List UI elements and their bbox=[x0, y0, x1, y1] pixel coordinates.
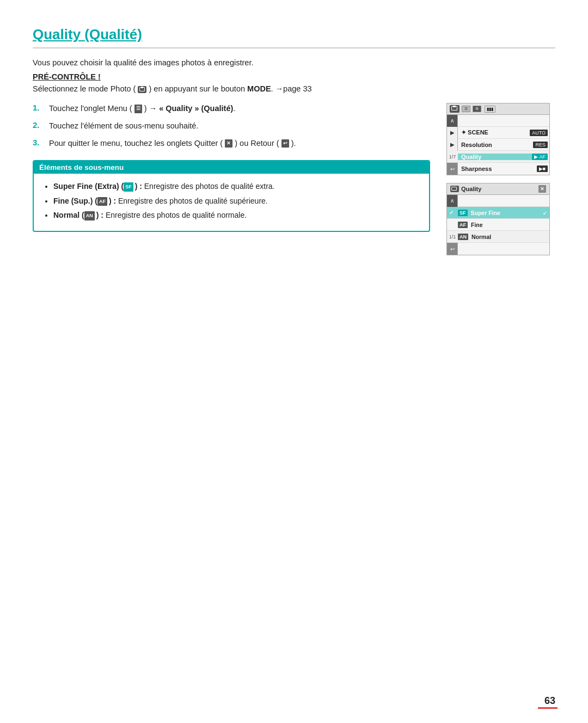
cam-scene-label: ✦ SCENE bbox=[458, 129, 530, 136]
step-text-1: Touchez l'onglet Menu ( ☰ ) → « Quality … bbox=[49, 103, 235, 115]
cam-quality-nav-up[interactable]: ∧ bbox=[447, 195, 549, 207]
cam-quality-back-row[interactable]: ↩ bbox=[447, 243, 549, 255]
step-2: 2. Touchez l'élément de sous-menu souhai… bbox=[33, 120, 430, 132]
cam-quality-up-btn[interactable]: ∧ bbox=[447, 195, 458, 207]
cam-scene-value: AUTO bbox=[530, 130, 548, 136]
sf-label-icon: SF bbox=[458, 210, 468, 216]
an-icon: AN bbox=[84, 211, 95, 220]
step-text-2: Touchez l'élément de sous-menu souhaité. bbox=[49, 120, 198, 132]
cam-sharpness-value: ▶■ bbox=[537, 166, 548, 172]
check-icon: ✓ bbox=[449, 210, 454, 216]
cam-quality-fine-row[interactable]: AF Fine bbox=[447, 219, 549, 231]
pre-controle-label: PRÉ-CONTRÔLE ! bbox=[33, 72, 555, 81]
main-content: 1. Touchez l'onglet Menu ( ☰ ) → « Quali… bbox=[33, 103, 555, 255]
submenu-box: Éléments de sous-menu Super Fine (Extra)… bbox=[33, 160, 430, 232]
af-icon: AF bbox=[97, 197, 107, 206]
camera-icon bbox=[450, 105, 460, 113]
step-number-3: 3. bbox=[33, 138, 44, 147]
cam-quality-check: ✓ bbox=[447, 210, 458, 216]
cam-up-btn[interactable]: ∧ bbox=[447, 115, 458, 127]
page-number-line bbox=[538, 707, 558, 709]
page-title: Quality (Qualité) bbox=[33, 26, 555, 48]
cam-row-resolution[interactable]: ▶ Resolution RES bbox=[447, 139, 549, 151]
cam-quality-back-btn[interactable]: ↩ bbox=[447, 243, 458, 255]
normal-label: Normal bbox=[470, 234, 491, 240]
menu-icon-sm: ☰ bbox=[462, 106, 470, 112]
cam-res-label: Resolution bbox=[458, 142, 533, 148]
camera-icon-2 bbox=[450, 186, 459, 192]
step-text-3: Pour quitter le menu, touchez les onglet… bbox=[49, 138, 296, 150]
pre-controle-text: Sélectionnez le mode Photo ( ) en appuya… bbox=[33, 84, 555, 93]
steps-list: 1. Touchez l'onglet Menu ( ☰ ) → « Quali… bbox=[33, 103, 430, 149]
cam-panel2-header: Quality ✕ bbox=[447, 183, 549, 195]
cam-res-value: RES bbox=[533, 142, 548, 148]
submenu-list: Super Fine (Extra) (SF) : Enregistre des… bbox=[44, 180, 419, 221]
cam-res-nav: ▶ bbox=[447, 139, 458, 151]
fine-label: Fine bbox=[469, 222, 483, 228]
an-label-icon: AN bbox=[458, 234, 468, 240]
cam-quality-page: 1/1 bbox=[447, 234, 458, 240]
cam-page-indicator: 1/7 bbox=[447, 154, 458, 160]
superfine-label: Super Fine bbox=[469, 210, 500, 216]
cam-sharpness-label: Sharpness bbox=[458, 166, 537, 172]
back-icon: ↩ bbox=[281, 139, 289, 148]
cam-quality-normal-row[interactable]: 1/1 AN Normal bbox=[447, 231, 549, 243]
camera-panel-header: ☰ ⚙ ▮▮▮ bbox=[447, 103, 549, 115]
cam-quality-label: Quality bbox=[458, 154, 532, 160]
submenu-item-superfine: Super Fine (Extra) (SF) : Enregistre des… bbox=[53, 180, 419, 192]
step-1: 1. Touchez l'onglet Menu ( ☰ ) → « Quali… bbox=[33, 103, 430, 115]
cam-row-sharpness[interactable]: ↩ Sharpness ▶■ bbox=[447, 163, 549, 175]
cursor-icon: ↙ bbox=[543, 210, 547, 216]
left-column: 1. Touchez l'onglet Menu ( ☰ ) → « Quali… bbox=[33, 103, 430, 232]
cam-panel2-title: Quality bbox=[461, 186, 536, 192]
cam-close-btn[interactable]: ✕ bbox=[538, 185, 546, 193]
submenu-item-normal: Normal (AN) : Enregistre des photos de q… bbox=[53, 209, 419, 221]
step-number-1: 1. bbox=[33, 103, 44, 112]
cam-quality-superfine-row[interactable]: ✓ SF Super Fine ↙ bbox=[447, 207, 549, 219]
cam-scene-nav: ▶ bbox=[447, 127, 458, 139]
battery-icon: ▮▮▮ bbox=[485, 106, 495, 113]
af-label-icon: AF bbox=[458, 222, 468, 228]
quit-icon: ✕ bbox=[225, 139, 232, 148]
cam-row-scene[interactable]: ▶ ✦ SCENE AUTO bbox=[447, 127, 549, 139]
cam-quality-value: ▶ AF bbox=[532, 154, 548, 160]
sf-icon: SF bbox=[124, 182, 133, 191]
camera-panel-1: ☰ ⚙ ▮▮▮ ∧ ▶ ✦ SCENE AUTO ▶ Resolution bbox=[446, 103, 550, 175]
submenu-item-fine: Fine (Sup.) (AF) : Enregistre des photos… bbox=[53, 195, 419, 207]
right-column: ☰ ⚙ ▮▮▮ ∧ ▶ ✦ SCENE AUTO ▶ Resolution bbox=[446, 103, 555, 255]
step-3: 3. Pour quitter le menu, touchez les ong… bbox=[33, 138, 430, 150]
submenu-box-title: Éléments de sous-menu bbox=[34, 161, 429, 174]
step-number-2: 2. bbox=[33, 120, 44, 130]
camera-panel-2: Quality ✕ ∧ ✓ SF Super Fine ↙ A bbox=[446, 183, 550, 255]
settings-icon-sm: ⚙ bbox=[473, 106, 481, 112]
cam-nav-up[interactable]: ∧ bbox=[447, 115, 549, 127]
menu-icon: ☰ bbox=[134, 105, 142, 113]
page-number: 63 bbox=[544, 695, 555, 707]
cam-back-btn[interactable]: ↩ bbox=[447, 163, 458, 175]
cam-row-quality[interactable]: 1/7 Quality ▶ AF bbox=[447, 151, 549, 163]
intro-text: Vous pouvez choisir la qualité des image… bbox=[33, 58, 555, 67]
